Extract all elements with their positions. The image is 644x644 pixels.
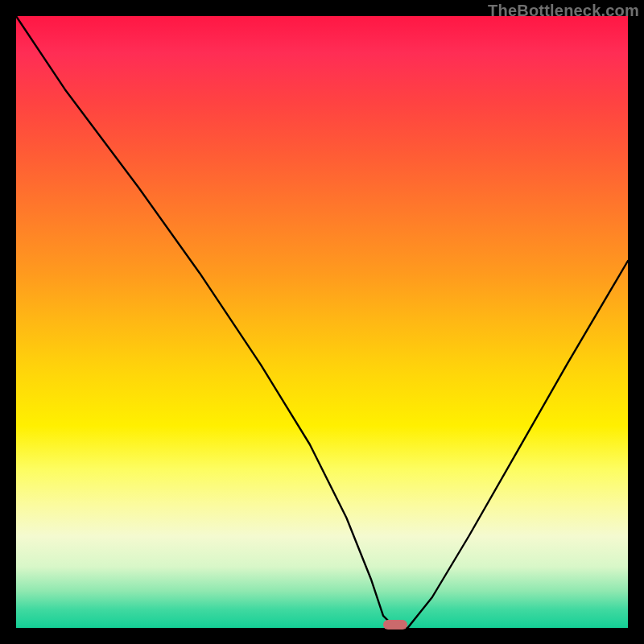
chart-frame: TheBottleneck.com (0, 0, 644, 644)
bottleneck-curve (16, 16, 628, 628)
plot-area (16, 16, 628, 628)
optimal-point-marker (383, 620, 407, 630)
